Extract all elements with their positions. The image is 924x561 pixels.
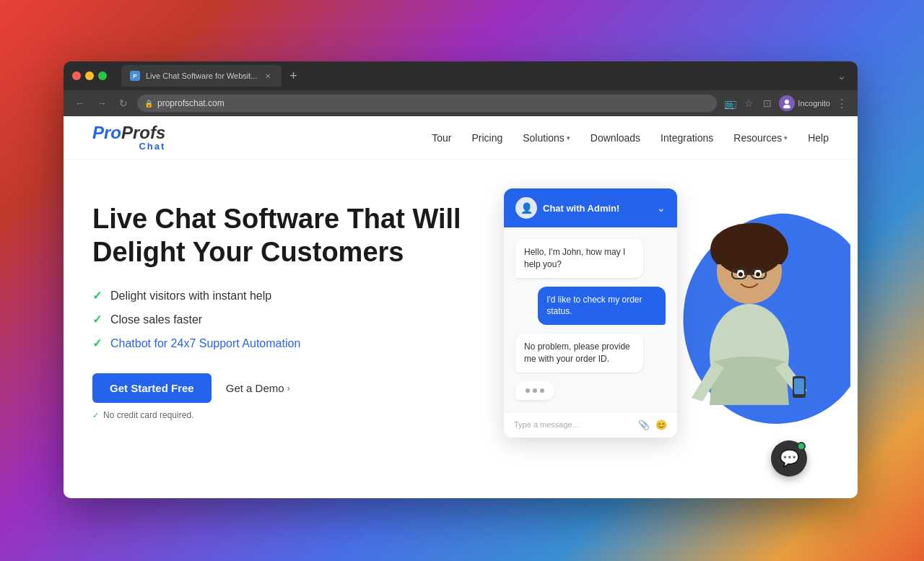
svg-rect-13 bbox=[794, 378, 804, 394]
logo-chat-sub: Chat bbox=[92, 142, 165, 151]
online-indicator bbox=[797, 442, 806, 451]
typing-dot-1 bbox=[526, 388, 530, 393]
toolbar-actions: 📺 ☆ ⊡ Incognito ⋮ bbox=[723, 95, 849, 111]
check-icon-2: ✓ bbox=[92, 313, 102, 326]
attachment-icon[interactable]: 📎 bbox=[638, 419, 650, 430]
browser-toolbar: ← → ↻ 🔒 proprofschat.com 📺 ☆ ⊡ Incognito… bbox=[64, 90, 858, 116]
address-text: proprofschat.com bbox=[157, 98, 225, 108]
hero-features: ✓ Delight visitors with instant help ✓ C… bbox=[92, 289, 468, 350]
incognito-label: Incognito bbox=[798, 99, 830, 108]
cast-icon[interactable]: 📺 bbox=[723, 96, 737, 110]
get-started-button[interactable]: Get Started Free bbox=[92, 373, 212, 403]
nav-resources[interactable]: Resources ▾ bbox=[733, 132, 788, 144]
hero-feature-1: ✓ Delight visitors with instant help bbox=[92, 289, 468, 303]
no-credit-note: ✓ No credit card required. bbox=[92, 410, 468, 420]
hero-cta: Get Started Free Get a Demo › bbox=[92, 373, 468, 403]
hero-feature-2: ✓ Close sales faster bbox=[92, 313, 468, 326]
chat-input-icons: 📎 😊 bbox=[638, 419, 667, 430]
typing-indicator bbox=[515, 381, 554, 400]
tab-bar: P Live Chat Software for Websit... ✕ + bbox=[121, 65, 829, 87]
incognito-avatar bbox=[779, 95, 795, 111]
address-bar[interactable]: 🔒 proprofschat.com bbox=[137, 95, 717, 112]
logo-profs-text: Profs bbox=[121, 124, 165, 142]
lock-icon: 🔒 bbox=[144, 100, 153, 108]
chat-collapse-icon[interactable]: ⌄ bbox=[657, 202, 666, 214]
nav-pricing[interactable]: Pricing bbox=[471, 132, 502, 144]
emoji-icon[interactable]: 😊 bbox=[655, 419, 667, 430]
minimize-button[interactable] bbox=[85, 71, 94, 80]
no-credit-check-icon: ✓ bbox=[92, 411, 99, 420]
chat-header-left: 👤 Chat with Admin! bbox=[515, 197, 619, 219]
chat-message-3: No problem, please provide me with your … bbox=[515, 334, 643, 373]
tab-favicon: P bbox=[130, 71, 140, 81]
chat-admin-avatar: 👤 bbox=[515, 197, 537, 219]
feature-text-2: Close sales faster bbox=[110, 313, 202, 326]
back-button[interactable]: ← bbox=[72, 95, 88, 111]
browser-window: P Live Chat Software for Websit... ✕ + ⌄… bbox=[64, 61, 858, 498]
tab-title: Live Chat Software for Websit... bbox=[146, 71, 257, 80]
logo-pro-text: Pro bbox=[92, 124, 121, 142]
no-credit-text: No credit card required. bbox=[103, 410, 193, 420]
svg-point-0 bbox=[785, 100, 789, 104]
chat-input-area: Type a message... 📎 😊 bbox=[504, 412, 677, 438]
check-icon-1: ✓ bbox=[92, 289, 102, 303]
maximize-button[interactable] bbox=[98, 71, 107, 80]
feature-link-3[interactable]: Chatbot for 24x7 Support Automation bbox=[110, 337, 300, 350]
new-tab-button[interactable]: + bbox=[284, 67, 302, 84]
traffic-lights bbox=[72, 71, 107, 80]
typing-dot-2 bbox=[533, 388, 537, 393]
profile-icon[interactable]: ⊡ bbox=[760, 96, 775, 110]
nav-tour[interactable]: Tour bbox=[432, 132, 451, 144]
hero-title: Live Chat Software That Will Delight You… bbox=[92, 203, 468, 269]
svg-point-1 bbox=[783, 105, 790, 108]
person-image bbox=[684, 210, 814, 405]
chat-widget-header: 👤 Chat with Admin! ⌄ bbox=[504, 188, 677, 227]
solutions-dropdown-arrow: ▾ bbox=[567, 134, 570, 142]
close-button[interactable] bbox=[72, 71, 81, 80]
chat-header-title: Chat with Admin! bbox=[543, 203, 619, 214]
svg-point-8 bbox=[756, 272, 760, 277]
demo-arrow-icon: › bbox=[287, 383, 290, 393]
bookmark-icon[interactable]: ☆ bbox=[741, 96, 756, 110]
svg-point-7 bbox=[738, 272, 743, 277]
chat-message-1: Hello, I'm John, how may I help you? bbox=[515, 239, 643, 278]
tab-close-button[interactable]: ✕ bbox=[263, 71, 273, 81]
get-demo-button[interactable]: Get a Demo › bbox=[226, 382, 290, 394]
site-logo: Pro Profs Chat bbox=[92, 124, 165, 151]
active-tab[interactable]: P Live Chat Software for Websit... ✕ bbox=[121, 65, 282, 87]
reload-button[interactable]: ↻ bbox=[116, 95, 131, 111]
nav-downloads[interactable]: Downloads bbox=[590, 132, 640, 144]
typing-dot-3 bbox=[540, 388, 544, 393]
window-controls: ⌄ bbox=[834, 69, 849, 83]
nav-links: Tour Pricing Solutions ▾ Downloads Integ… bbox=[432, 132, 829, 144]
feature-text-1: Delight visitors with instant help bbox=[110, 290, 271, 303]
floating-chat-button[interactable]: 💬 bbox=[771, 440, 807, 477]
site-navigation: Pro Profs Chat Tour Pricing Solutions ▾ … bbox=[64, 116, 858, 160]
chat-widget: 👤 Chat with Admin! ⌄ Hello, I'm John, ho… bbox=[504, 188, 677, 438]
check-icon-3: ✓ bbox=[92, 336, 102, 350]
chat-input-placeholder: Type a message... bbox=[514, 420, 579, 429]
hero-right: 👤 Chat with Admin! ⌄ Hello, I'm John, ho… bbox=[468, 188, 829, 498]
floating-chat-icon: 💬 bbox=[780, 449, 799, 468]
hero-left: Live Chat Software That Will Delight You… bbox=[92, 188, 468, 420]
chat-messages: Hello, I'm John, how may I help you? I'd… bbox=[504, 227, 677, 412]
nav-integrations[interactable]: Integrations bbox=[661, 132, 713, 144]
browser-titlebar: P Live Chat Software for Websit... ✕ + ⌄ bbox=[64, 61, 858, 90]
hero-section: Live Chat Software That Will Delight You… bbox=[64, 160, 858, 498]
incognito-area[interactable]: Incognito bbox=[779, 95, 830, 111]
menu-icon[interactable]: ⋮ bbox=[834, 96, 849, 110]
hero-feature-3: ✓ Chatbot for 24x7 Support Automation bbox=[92, 336, 468, 350]
nav-help[interactable]: Help bbox=[808, 132, 829, 144]
nav-solutions[interactable]: Solutions ▾ bbox=[523, 132, 570, 144]
resources-dropdown-arrow: ▾ bbox=[784, 134, 788, 142]
forward-button[interactable]: → bbox=[94, 95, 110, 111]
website-content: Pro Profs Chat Tour Pricing Solutions ▾ … bbox=[64, 116, 858, 498]
chat-message-2: I'd like to check my order status. bbox=[538, 287, 666, 326]
